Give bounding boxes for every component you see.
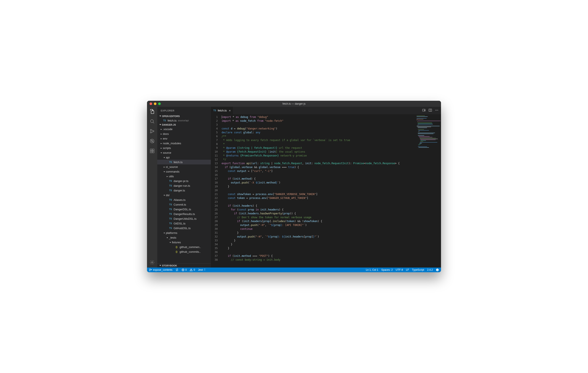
svg-rect-9 [150, 151, 152, 153]
minimize-window[interactable] [154, 102, 157, 105]
folder-item[interactable]: ▸utils [157, 174, 211, 179]
svg-point-1 [150, 120, 153, 123]
storybook-section[interactable]: STORYBOOK [157, 264, 211, 267]
svg-point-22 [436, 269, 439, 271]
folder-item[interactable]: ▾platforms [157, 230, 211, 235]
status-lang[interactable]: TypeScript [412, 268, 424, 271]
open-editors-list: TSfetch.tssource/api [157, 118, 211, 123]
close-window[interactable] [150, 102, 152, 105]
svg-rect-0 [151, 111, 154, 114]
chevron-icon: ▾ [163, 232, 165, 234]
file-item[interactable]: TSDangerResults.ts [157, 212, 211, 216]
svg-point-11 [151, 262, 153, 263]
svg-point-2 [150, 129, 151, 130]
ts-icon: TS [163, 119, 166, 122]
window-title: fetch.ts — danger-js [283, 102, 305, 105]
file-item[interactable]: TSdanger-run.ts [157, 183, 211, 188]
file-item[interactable]: TSCommit.ts [157, 202, 211, 207]
chevron-icon: ▾ [166, 236, 168, 239]
svg-point-15 [435, 110, 436, 110]
traffic-lights [147, 102, 161, 105]
chevron-icon: ▾ [163, 194, 165, 196]
explorer-tab[interactable] [149, 108, 155, 115]
more-actions-icon[interactable] [435, 108, 438, 113]
ts-icon: TS [169, 213, 172, 215]
file-item[interactable]: TSGitHubDSL.ts [157, 226, 211, 230]
folder-item[interactable]: ▸docs [157, 131, 211, 136]
tab-label: fetch.ts [218, 109, 227, 112]
file-item[interactable]: TSdanger.ts [157, 188, 211, 193]
folder-item[interactable]: ▾source [157, 150, 211, 155]
status-branch[interactable]: expose_contents [149, 268, 172, 271]
file-item[interactable]: TSAliases.ts [157, 197, 211, 202]
status-cursor[interactable]: Ln 1, Col 1 [366, 268, 378, 271]
folder-item[interactable]: ▸scripts [157, 146, 211, 150]
js-icon: {} [175, 251, 178, 253]
editor-tab[interactable]: TS fetch.ts × [211, 107, 233, 114]
folder-item[interactable]: ▾api [157, 155, 211, 160]
settings-gear[interactable] [149, 259, 155, 265]
svg-rect-8 [152, 149, 154, 151]
status-jest[interactable]: Jest: ⠇ [198, 268, 206, 271]
svg-point-18 [150, 269, 150, 269]
file-item[interactable]: TSDangerUtilsDSL.ts [157, 216, 211, 221]
status-errors[interactable]: 0 [181, 268, 187, 271]
file-item[interactable]: {}github_commits.. [157, 249, 211, 254]
preview-icon[interactable] [422, 108, 426, 113]
ts-icon: TS [169, 161, 172, 163]
status-encoding[interactable]: UTF-8 [396, 268, 403, 271]
chevron-icon: ▾ [169, 241, 171, 244]
code-content[interactable]: import * as debug from "debug"import * a… [221, 114, 415, 267]
folder-item[interactable]: ▸ci_source [157, 164, 211, 169]
status-feedback[interactable] [436, 268, 439, 271]
folder-item[interactable]: ▸env [157, 136, 211, 141]
status-sync[interactable] [176, 268, 178, 271]
minimap[interactable] [415, 114, 441, 267]
folder-item[interactable]: ▸.vscode [157, 127, 211, 131]
svg-point-3 [150, 132, 151, 133]
debug-tab[interactable] [149, 138, 155, 144]
ts-icon: TS [169, 189, 172, 192]
chevron-icon: ▸ [163, 166, 165, 168]
status-warnings[interactable]: 0 [190, 268, 195, 271]
close-tab-icon[interactable]: × [229, 109, 231, 112]
folder-item[interactable]: ▾commands [157, 169, 211, 174]
chevron-icon: ▾ [160, 151, 162, 154]
folder-item[interactable]: ▾dsl [157, 193, 211, 197]
open-editors-section[interactable]: OPEN EDITORS [157, 114, 211, 118]
chevron-icon: ▸ [160, 128, 162, 130]
split-editor-icon[interactable] [429, 108, 432, 113]
ts-icon: TS [169, 227, 172, 229]
file-item[interactable]: TSfetch.ts [157, 160, 211, 164]
extensions-tab[interactable] [149, 148, 155, 154]
svg-point-16 [437, 110, 437, 110]
file-item[interactable]: {}github_commen.. [157, 245, 211, 249]
search-tab[interactable] [149, 118, 155, 124]
typescript-icon: TS [213, 109, 216, 112]
folder-item[interactable]: ▸node_modules [157, 141, 211, 146]
chevron-icon: ▸ [160, 147, 162, 149]
status-spaces[interactable]: Spaces: 2 [381, 268, 393, 271]
zoom-window[interactable] [158, 102, 161, 105]
status-eol[interactable]: LF [406, 268, 409, 271]
status-version[interactable]: 2.4.2 [427, 268, 433, 271]
tab-bar: TS fetch.ts × [211, 107, 441, 114]
scm-tab[interactable] [149, 128, 155, 134]
svg-point-23 [437, 269, 437, 270]
file-item[interactable]: TSdanger-pr.ts [157, 179, 211, 183]
project-section[interactable]: DANGER-JS [157, 123, 211, 127]
file-item[interactable]: TSGitDSL.ts [157, 221, 211, 226]
vscode-window: fetch.ts — danger-js EXPLORER OPEN EDITO… [147, 101, 441, 272]
svg-rect-10 [152, 151, 154, 153]
code-area[interactable]: 1234567891011121314151617181920212223242… [211, 114, 441, 267]
folder-item[interactable]: ▾_tests [157, 235, 211, 240]
file-item[interactable]: TSDangerDSL.ts [157, 207, 211, 212]
sidebar-title: EXPLORER [157, 107, 211, 114]
ts-icon: TS [169, 199, 172, 201]
svg-rect-12 [423, 109, 425, 111]
activity-bar [147, 107, 157, 267]
open-editor-item[interactable]: TSfetch.tssource/api [157, 118, 211, 123]
folder-item[interactable]: ▾fixtures [157, 240, 211, 245]
chevron-icon: ▸ [160, 142, 162, 144]
svg-point-19 [150, 270, 150, 271]
